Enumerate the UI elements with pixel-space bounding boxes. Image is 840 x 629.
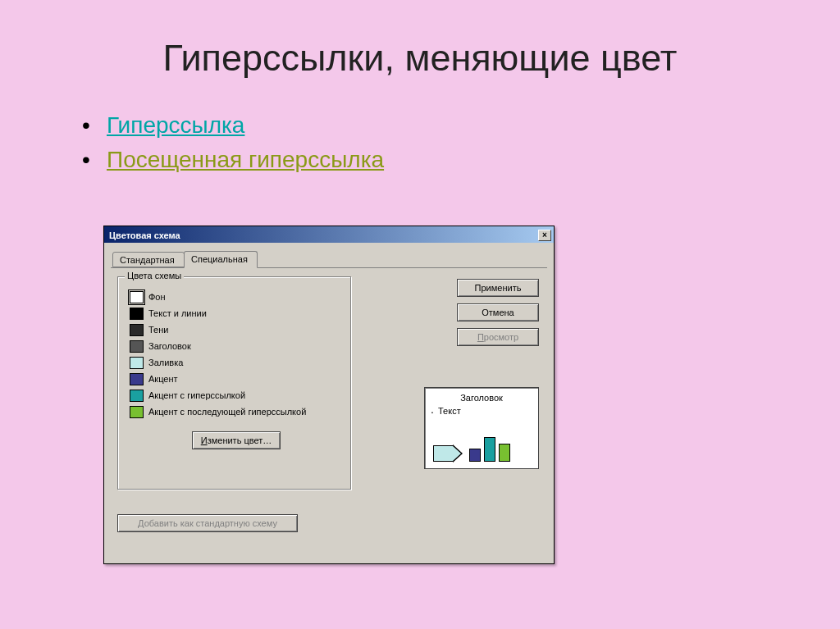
tab-standard[interactable]: Стандартная <box>112 252 185 267</box>
arrow-icon <box>433 445 461 462</box>
preview-shapes <box>433 437 510 462</box>
color-row-fill[interactable]: Заливка <box>130 354 306 371</box>
color-scheme-dialog: Цветовая схема × Стандартная Специальная… <box>103 226 555 564</box>
hyperlink-link[interactable]: Гиперссылка <box>107 112 244 138</box>
visited-hyperlink-link[interactable]: Посещенная гиперссылка <box>107 147 384 172</box>
tab-bar: Стандартная Специальная <box>111 249 547 268</box>
tab-custom[interactable]: Специальная <box>184 251 258 268</box>
bullet-hyperlink: Гиперссылка <box>82 112 791 139</box>
scheme-colors-group: Цвета схемы Фон Текст и линии Тени <box>117 276 351 490</box>
change-color-button[interactable]: Изменить цвет… <box>192 431 281 449</box>
color-row-title[interactable]: Заголовок <box>130 338 306 354</box>
color-label: Акцент с гиперссылкой <box>148 390 245 400</box>
swatch-icon <box>130 373 144 385</box>
dialog-title: Цветовая схема <box>109 230 180 240</box>
color-label: Тени <box>148 325 168 335</box>
bar-icon <box>484 437 495 462</box>
preview-title: Заголовок <box>425 393 538 403</box>
swatch-icon <box>130 324 144 336</box>
color-label: Текст и линии <box>148 308 207 318</box>
color-label: Акцент с последующей гиперссылкой <box>148 407 306 417</box>
preview-text: Текст <box>438 406 538 416</box>
bullet-visited: Посещенная гиперссылка <box>82 147 791 173</box>
cancel-button[interactable]: Отмена <box>457 303 539 321</box>
close-button[interactable]: × <box>538 230 551 241</box>
color-row-accent-hyperlink[interactable]: Акцент с гиперссылкой <box>130 387 306 403</box>
color-list: Фон Текст и линии Тени Заголовок <box>130 289 306 420</box>
swatch-icon <box>130 291 144 303</box>
bar-icon <box>469 449 481 462</box>
swatch-icon <box>130 308 144 320</box>
slide: Гиперссылки, меняющие цвет Гиперссылка П… <box>0 0 840 629</box>
color-row-background[interactable]: Фон <box>130 289 306 305</box>
preview-box: Заголовок Текст <box>424 387 539 469</box>
bullet-list: Гиперссылка Посещенная гиперссылка <box>82 112 791 173</box>
color-label: Акцент <box>148 374 178 384</box>
apply-button[interactable]: Применить <box>457 279 539 297</box>
groupbox-label: Цвета схемы <box>125 271 184 280</box>
color-row-accent-followed[interactable]: Акцент с последующей гиперссылкой <box>130 403 306 420</box>
bar-icon <box>499 444 510 462</box>
color-row-shadows[interactable]: Тени <box>130 321 306 338</box>
color-label: Фон <box>148 292 166 302</box>
color-label: Заливка <box>148 358 183 367</box>
swatch-icon <box>130 390 144 402</box>
color-label: Заголовок <box>148 341 191 351</box>
swatch-icon <box>130 406 144 418</box>
dialog-body: Цвета схемы Фон Текст и линии Тени <box>111 268 547 555</box>
preview-button[interactable]: Просмотр <box>457 328 539 346</box>
add-standard-scheme-button[interactable]: Добавить как стандартную схему <box>117 514 298 532</box>
slide-title: Гиперссылки, меняющие цвет <box>49 37 791 80</box>
color-row-accent[interactable]: Акцент <box>130 371 306 387</box>
swatch-icon <box>130 357 144 369</box>
swatch-icon <box>130 340 144 353</box>
color-row-text[interactable]: Текст и линии <box>130 305 306 321</box>
dialog-side-buttons: Применить Отмена Просмотр <box>457 279 539 346</box>
dialog-titlebar[interactable]: Цветовая схема × <box>104 226 554 243</box>
